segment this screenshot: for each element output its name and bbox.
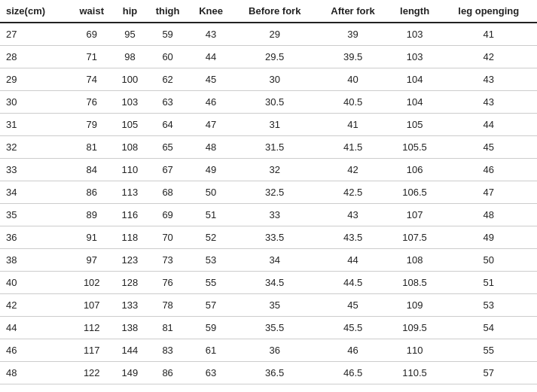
table-cell-6-8: 46 [441, 159, 537, 181]
table-cell-11-1: 102 [69, 272, 114, 294]
table-cell-6-5: 32 [233, 159, 317, 181]
table-cell-11-3: 76 [146, 272, 189, 294]
header-cell-0: size(cm) [0, 0, 69, 23]
table-cell-1-1: 71 [69, 46, 114, 68]
table-cell-15-1: 122 [69, 362, 114, 384]
table-cell-1-3: 60 [146, 46, 189, 68]
table-cell-13-1: 112 [69, 317, 114, 339]
table-row: 31791056447314110544 [0, 114, 537, 136]
table-cell-10-5: 34 [233, 249, 317, 272]
table-cell-14-1: 117 [69, 339, 114, 362]
table-cell-7-6: 42.5 [317, 181, 389, 204]
table-cell-15-7: 110.5 [389, 362, 441, 384]
table-cell-6-2: 110 [114, 159, 146, 181]
table-cell-12-2: 133 [114, 294, 146, 317]
header-cell-5: Before fork [233, 0, 317, 23]
table-cell-15-2: 149 [114, 362, 146, 384]
table-cell-9-7: 107.5 [389, 226, 441, 249]
table-cell-12-8: 53 [441, 294, 537, 317]
table-cell-9-5: 33.5 [233, 226, 317, 249]
table-cell-3-8: 43 [441, 91, 537, 114]
table-cell-12-3: 78 [146, 294, 189, 317]
table-cell-13-5: 35.5 [233, 317, 317, 339]
table-cell-1-5: 29.5 [233, 46, 317, 68]
table-cell-14-6: 46 [317, 339, 389, 362]
table-cell-14-5: 36 [233, 339, 317, 362]
table-cell-1-2: 98 [114, 46, 146, 68]
table-cell-13-2: 138 [114, 317, 146, 339]
table-cell-0-6: 39 [317, 23, 389, 46]
table-cell-13-8: 54 [441, 317, 537, 339]
table-cell-9-6: 43.5 [317, 226, 389, 249]
table-cell-12-7: 109 [389, 294, 441, 317]
table-cell-10-3: 73 [146, 249, 189, 272]
table-cell-5-7: 105.5 [389, 136, 441, 159]
table-cell-8-5: 33 [233, 204, 317, 226]
header-cell-6: After fork [317, 0, 389, 23]
table-cell-6-1: 84 [69, 159, 114, 181]
table-cell-13-4: 59 [189, 317, 232, 339]
table-cell-4-4: 47 [189, 114, 232, 136]
table-cell-0-1: 69 [69, 23, 114, 46]
table-cell-2-0: 29 [0, 68, 69, 91]
table-cell-3-3: 63 [146, 91, 189, 114]
table-cell-15-6: 46.5 [317, 362, 389, 384]
table-cell-9-3: 70 [146, 226, 189, 249]
table-cell-9-1: 91 [69, 226, 114, 249]
table-cell-13-0: 44 [0, 317, 69, 339]
table-cell-3-5: 30.5 [233, 91, 317, 114]
table-cell-4-1: 79 [69, 114, 114, 136]
table-cell-9-0: 36 [0, 226, 69, 249]
table-cell-1-7: 103 [389, 46, 441, 68]
table-cell-7-7: 106.5 [389, 181, 441, 204]
table-row: 461171448361364611055 [0, 339, 537, 362]
table-cell-1-4: 44 [189, 46, 232, 68]
table-cell-2-4: 45 [189, 68, 232, 91]
table-cell-13-6: 45.5 [317, 317, 389, 339]
table-row: 3486113685032.542.5106.547 [0, 181, 537, 204]
table-cell-3-2: 103 [114, 91, 146, 114]
table-cell-4-3: 64 [146, 114, 189, 136]
table-row: 2769955943293910341 [0, 23, 537, 46]
table-cell-15-0: 48 [0, 362, 69, 384]
table-cell-4-6: 41 [317, 114, 389, 136]
table-cell-7-4: 50 [189, 181, 232, 204]
table-cell-2-1: 74 [69, 68, 114, 91]
table-cell-11-8: 51 [441, 272, 537, 294]
table-cell-6-7: 106 [389, 159, 441, 181]
table-cell-2-7: 104 [389, 68, 441, 91]
table-cell-8-7: 107 [389, 204, 441, 226]
table-cell-11-4: 55 [189, 272, 232, 294]
header-cell-4: Knee [189, 0, 232, 23]
table-cell-2-6: 40 [317, 68, 389, 91]
table-row: 421071337857354510953 [0, 294, 537, 317]
table-cell-4-7: 105 [389, 114, 441, 136]
table-cell-15-5: 36.5 [233, 362, 317, 384]
table-cell-15-3: 86 [146, 362, 189, 384]
table-cell-11-6: 44.5 [317, 272, 389, 294]
table-cell-13-7: 109.5 [389, 317, 441, 339]
table-cell-0-3: 59 [146, 23, 189, 46]
table-row: 287198604429.539.510342 [0, 46, 537, 68]
table-row: 33841106749324210646 [0, 159, 537, 181]
table-cell-12-4: 57 [189, 294, 232, 317]
header-cell-7: length [389, 0, 441, 23]
table-cell-0-2: 95 [114, 23, 146, 46]
table-cell-4-8: 44 [441, 114, 537, 136]
table-cell-0-5: 29 [233, 23, 317, 46]
table-cell-8-8: 48 [441, 204, 537, 226]
size-chart: size(cm)waisthipthighKneeBefore forkAfte… [0, 0, 537, 384]
table-cell-10-4: 53 [189, 249, 232, 272]
table-cell-10-2: 123 [114, 249, 146, 272]
table-cell-6-6: 42 [317, 159, 389, 181]
table-cell-5-0: 32 [0, 136, 69, 159]
table-row: 3691118705233.543.5107.549 [0, 226, 537, 249]
table-cell-0-0: 27 [0, 23, 69, 46]
table-cell-11-0: 40 [0, 272, 69, 294]
table-row: 3076103634630.540.510443 [0, 91, 537, 114]
table-cell-2-3: 62 [146, 68, 189, 91]
table-cell-7-5: 32.5 [233, 181, 317, 204]
table-cell-6-3: 67 [146, 159, 189, 181]
table-cell-14-2: 144 [114, 339, 146, 362]
table-cell-2-2: 100 [114, 68, 146, 91]
